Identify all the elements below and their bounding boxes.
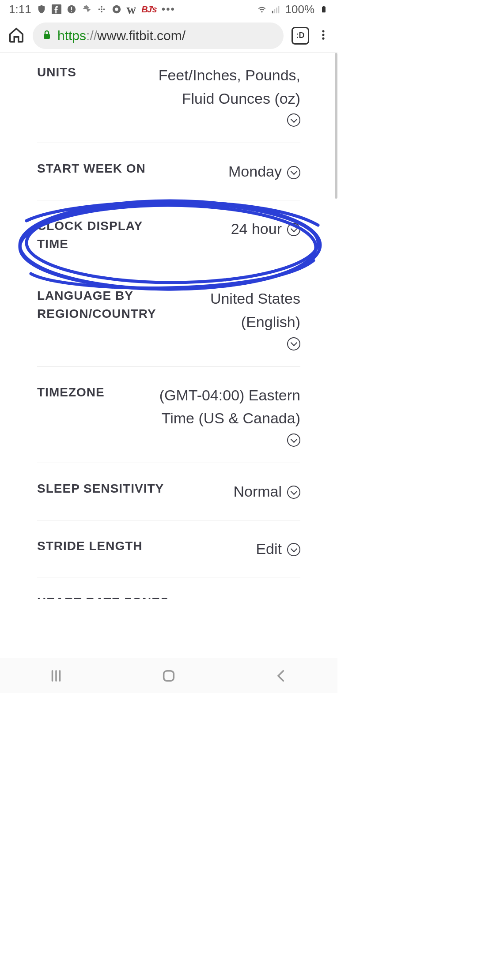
setting-value: 24 hour: [231, 217, 300, 241]
setting-label: LANGUAGE BY REGION/COUNTRY: [37, 287, 170, 323]
settings-content[interactable]: UNITS Feet/Inches, Pounds, Fluid Ounces …: [0, 53, 337, 658]
value-text: Monday: [228, 160, 282, 183]
url-bar[interactable]: https://www.fitbit.com/: [33, 23, 284, 49]
browser-toolbar: https://www.fitbit.com/ :D: [0, 19, 337, 53]
chevron-down-icon[interactable]: [287, 113, 300, 127]
alert-icon: [67, 4, 76, 14]
wish-icon: w: [127, 2, 136, 17]
home-icon[interactable]: [8, 26, 25, 45]
setting-label: SLEEP SENSITIVITY: [37, 480, 164, 498]
url-separator: ://: [86, 28, 97, 43]
svg-rect-2: [71, 7, 72, 10]
chevron-down-icon[interactable]: [287, 486, 300, 499]
svg-rect-12: [274, 9, 275, 13]
svg-rect-13: [276, 8, 277, 13]
setting-heart-rate-zones[interactable]: HEART RATE ZONES Edit: [37, 577, 300, 599]
chevron-down-icon[interactable]: [287, 433, 300, 447]
status-left: 1:11 w BJ's •••: [9, 2, 175, 17]
setting-clock-display[interactable]: CLOCK DISPLAY TIME 24 hour: [37, 200, 300, 270]
nav-recents-button[interactable]: [47, 667, 65, 685]
svg-point-4: [98, 8, 100, 10]
scroll-indicator[interactable]: [335, 53, 337, 199]
android-status-bar: 1:11 w BJ's ••• 100%: [0, 0, 337, 19]
value-text: United States (English): [170, 287, 300, 333]
lock-icon: [42, 28, 52, 43]
setting-label: UNITS: [37, 64, 76, 82]
chevron-down-icon[interactable]: [287, 166, 300, 179]
shield-icon: [37, 4, 46, 14]
svg-point-10: [115, 8, 118, 11]
setting-label: TIMEZONE: [37, 384, 105, 402]
svg-rect-14: [278, 6, 279, 14]
svg-point-6: [101, 8, 102, 10]
setting-sleep-sensitivity[interactable]: SLEEP SENSITIVITY Normal: [37, 463, 300, 520]
battery-percent: 100%: [285, 3, 315, 16]
setting-value: (GMT-04:00) Eastern Time (US & Canada): [150, 384, 300, 446]
setting-value: Monday: [228, 160, 300, 183]
tabs-count-icon: :D: [296, 31, 305, 40]
browser-menu-icon[interactable]: [317, 29, 329, 43]
value-text: Feet/Inches, Pounds, Fluid Ounces (oz): [150, 64, 300, 110]
dots-icon: [97, 4, 106, 14]
setting-value: Edit: [256, 537, 300, 561]
setting-label: STRIDE LENGTH: [37, 537, 143, 555]
svg-rect-15: [322, 7, 326, 12]
nav-back-button[interactable]: [272, 667, 291, 685]
setting-label: HEART RATE ZONES: [37, 593, 169, 599]
setting-label: CLOCK DISPLAY TIME: [37, 217, 170, 253]
chevron-down-icon[interactable]: [287, 223, 300, 236]
chevron-down-icon[interactable]: [287, 543, 300, 556]
android-nav-bar: [0, 658, 337, 693]
svg-rect-16: [323, 6, 325, 7]
more-notifications-icon: •••: [162, 3, 175, 15]
chevron-down-icon[interactable]: [287, 337, 300, 351]
value-text: (GMT-04:00) Eastern Time (US & Canada): [150, 384, 300, 430]
setting-value: Edit: [256, 593, 300, 599]
battery-icon: [319, 4, 329, 14]
chrome-icon: [112, 4, 121, 14]
value-text: Edit: [256, 537, 282, 561]
url-scheme: https: [57, 28, 86, 43]
svg-rect-27: [164, 671, 174, 681]
pinwheel-icon: [82, 4, 91, 14]
svg-point-8: [103, 8, 105, 10]
tabs-button[interactable]: :D: [292, 27, 309, 45]
setting-stride-length[interactable]: STRIDE LENGTH Edit: [37, 520, 300, 577]
signal-icon: [271, 4, 281, 14]
setting-language[interactable]: LANGUAGE BY REGION/COUNTRY United States…: [37, 270, 300, 366]
setting-value: United States (English): [170, 287, 300, 349]
setting-label: START WEEK ON: [37, 160, 146, 178]
setting-timezone[interactable]: TIMEZONE (GMT-04:00) Eastern Time (US & …: [37, 366, 300, 463]
value-text: Normal: [233, 480, 282, 503]
status-right: 100%: [257, 3, 329, 16]
settings-list: UNITS Feet/Inches, Pounds, Fluid Ounces …: [37, 53, 300, 599]
svg-point-18: [322, 30, 324, 32]
bjs-icon: BJ's: [141, 4, 156, 15]
status-time: 1:11: [9, 3, 31, 16]
svg-point-20: [322, 37, 324, 39]
url-host: www.fitbit.com/: [97, 28, 186, 43]
wifi-icon: [257, 4, 267, 14]
svg-point-19: [322, 34, 324, 36]
svg-rect-11: [272, 11, 273, 13]
value-text: 24 hour: [231, 217, 282, 241]
setting-units[interactable]: UNITS Feet/Inches, Pounds, Fluid Ounces …: [37, 53, 300, 143]
svg-rect-3: [71, 11, 72, 12]
value-text: Edit: [256, 593, 282, 599]
setting-value: Feet/Inches, Pounds, Fluid Ounces (oz): [150, 64, 300, 126]
nav-home-button[interactable]: [159, 667, 178, 685]
setting-start-week[interactable]: START WEEK ON Monday: [37, 143, 300, 200]
svg-point-7: [101, 11, 102, 13]
setting-value: Normal: [233, 480, 300, 503]
svg-point-5: [101, 6, 102, 8]
svg-rect-17: [44, 34, 50, 39]
facebook-icon: [52, 4, 61, 14]
